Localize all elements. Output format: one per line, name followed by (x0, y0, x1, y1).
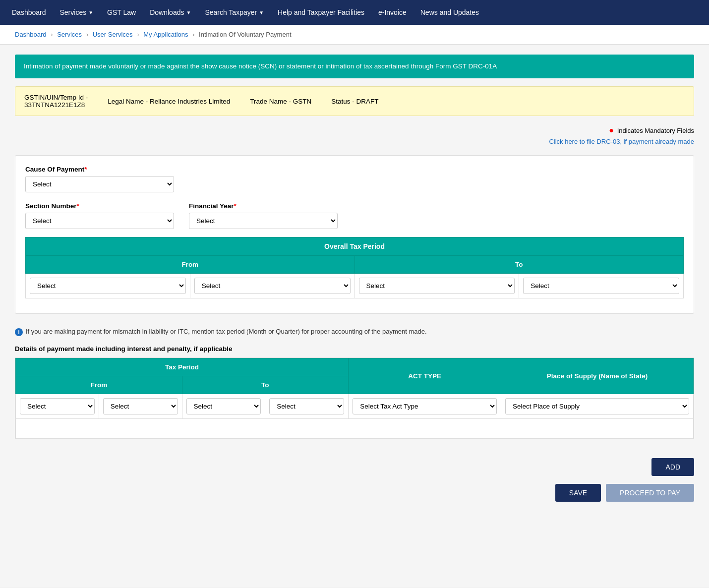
nav-search-taxpayer-label: Search Taxpayer (205, 8, 257, 16)
proceed-to-pay-button[interactable]: PROCEED TO PAY (606, 484, 694, 502)
drc-link-text: Click here to file DRC-03, if payment al… (549, 138, 694, 145)
search-arrow-icon: ▼ (259, 10, 264, 15)
info-note-text: If you are making payment for mismatch i… (26, 328, 427, 335)
to-month-cell: Select (354, 274, 519, 298)
details-heading: Details of payment made including intere… (15, 345, 694, 353)
status-value: Status - DRAFT (331, 98, 378, 105)
taxpayer-info-box: GSTIN/UIN/Temp Id - 33TNTNA1221E1Z8 Lega… (15, 86, 694, 116)
tax-period-row: Select Select Select (16, 394, 694, 419)
gstin-field: GSTIN/UIN/Temp Id - 33TNTNA1221E1Z8 (24, 94, 88, 109)
nav-search-taxpayer[interactable]: Search Taxpayer ▼ (198, 0, 271, 25)
to-year-select[interactable]: Select (523, 278, 679, 294)
sep1: › (51, 31, 53, 38)
act-type-cell: Select Tax Act Type (349, 394, 501, 419)
to-year-cell: Select (519, 274, 684, 298)
section-number-label: Section Number* (25, 202, 174, 210)
scrollbar-inner (15, 444, 610, 445)
nav-einvoice-label: e-Invoice (378, 8, 407, 16)
overall-tax-period-table: Overall Tax Period From To (25, 237, 684, 298)
add-button[interactable]: ADD (651, 458, 694, 476)
tp-to-month-select[interactable]: Select (186, 398, 261, 414)
status-field: Status - DRAFT (331, 98, 378, 105)
section-required-star: * (77, 202, 79, 210)
mandatory-text: Indicates Mandatory Fields (617, 127, 694, 134)
fy-required-star: * (234, 202, 236, 210)
red-dot-icon: ● (609, 126, 614, 134)
tax-period-table: Tax Period ACT TYPE Place of Supply (Nam… (15, 358, 694, 439)
nav-gst-law[interactable]: GST Law (100, 0, 143, 25)
breadcrumb-services[interactable]: Services (57, 31, 82, 38)
nav-help-label: Help and Taxpayer Facilities (278, 8, 364, 16)
act-type-select[interactable]: Select Tax Act Type (353, 398, 497, 414)
nav-help[interactable]: Help and Taxpayer Facilities (271, 0, 371, 25)
nav-news[interactable]: News and Updates (414, 0, 486, 25)
from-month-cell: Select (26, 274, 190, 298)
trade-name-value: Trade Name - GSTN (250, 98, 311, 105)
from-header: From (26, 256, 355, 274)
overall-tax-period-container: Overall Tax Period From To (25, 237, 684, 298)
nav-news-label: News and Updates (420, 8, 479, 16)
tp-from-year-select[interactable]: Select (103, 398, 178, 414)
nav-services-label: Services (60, 8, 87, 16)
breadcrumb-dashboard[interactable]: Dashboard (15, 31, 47, 38)
nav-dashboard-label: Dashboard (12, 8, 46, 16)
from-year-cell: Select (190, 274, 354, 298)
tp-to-header: To (182, 376, 349, 394)
save-button-label: SAVE (569, 489, 587, 497)
nav-downloads[interactable]: Downloads ▼ (143, 0, 198, 25)
mandatory-note: ● Indicates Mandatory Fields (15, 126, 694, 135)
cause-of-payment-label: Cause Of Payment* (25, 166, 684, 173)
downloads-arrow-icon: ▼ (186, 10, 191, 15)
nav-einvoice[interactable]: e-Invoice (371, 0, 414, 25)
place-supply-header: Place of Supply (Name of State) (501, 358, 694, 394)
tp-from-month-select[interactable]: Select (20, 398, 95, 414)
bottom-buttons: SAVE PROCEED TO PAY (15, 484, 694, 502)
tp-from-month-cell: Select (16, 394, 99, 419)
info-box: Intimation of payment made voluntarily o… (15, 55, 694, 78)
financial-year-label: Financial Year* (189, 202, 338, 210)
to-header: To (354, 256, 684, 274)
financial-year-group: Financial Year* Select (189, 202, 338, 229)
place-supply-cell: Select Place of Supply (501, 394, 694, 419)
trade-name-field: Trade Name - GSTN (250, 98, 311, 105)
financial-year-select[interactable]: Select (189, 213, 338, 229)
main-nav: Dashboard Services ▼ GST Law Downloads ▼… (0, 0, 709, 25)
cause-of-payment-select[interactable]: Select (25, 176, 174, 192)
horizontal-scrollbar[interactable] (15, 444, 694, 453)
save-button[interactable]: SAVE (555, 484, 601, 502)
cause-of-payment-group: Cause Of Payment* Select (25, 166, 684, 192)
tax-period-scroll-container[interactable]: Tax Period ACT TYPE Place of Supply (Nam… (15, 357, 694, 439)
place-supply-select[interactable]: Select Place of Supply (505, 398, 689, 414)
info-note-row: i If you are making payment for mismatch… (15, 324, 694, 340)
breadcrumb-current: Intimation Of Voluntary Payment (199, 31, 291, 38)
form-section: Cause Of Payment* Select Section Number*… (15, 155, 694, 314)
breadcrumb-my-applications[interactable]: My Applications (143, 31, 188, 38)
tp-to-month-cell: Select (182, 394, 265, 419)
from-month-select[interactable]: Select (30, 278, 186, 294)
sep2: › (86, 31, 88, 38)
drc-link[interactable]: Click here to file DRC-03, if payment al… (15, 138, 694, 145)
services-arrow-icon: ▼ (88, 10, 93, 15)
tax-period-header: Tax Period (16, 358, 349, 376)
section-number-select[interactable]: Select (25, 213, 174, 229)
to-month-select[interactable]: Select (359, 278, 515, 294)
from-year-select[interactable]: Select (194, 278, 351, 294)
cause-required-star: * (84, 166, 87, 173)
legal-name-label: Legal Name - Reliance Industries Limited (108, 98, 230, 105)
info-circle-icon: i (15, 328, 23, 336)
empty-row (16, 419, 694, 439)
tp-from-header: From (16, 376, 182, 394)
tp-to-year-select[interactable]: Select (269, 398, 344, 414)
nav-dashboard[interactable]: Dashboard (5, 0, 53, 25)
info-box-text: Intimation of payment made voluntarily o… (24, 62, 497, 70)
breadcrumb: Dashboard › Services › User Services › M… (0, 25, 709, 45)
overall-period-row: Select Select Select (26, 274, 684, 298)
sep4: › (192, 31, 194, 38)
act-type-header: ACT TYPE (349, 358, 501, 394)
breadcrumb-user-services[interactable]: User Services (93, 31, 133, 38)
tp-to-year-cell: Select (265, 394, 349, 419)
tp-from-year-cell: Select (99, 394, 182, 419)
nav-services[interactable]: Services ▼ (53, 0, 101, 25)
legal-name-field: Legal Name - Reliance Industries Limited (108, 98, 230, 105)
add-button-row: ADD (15, 458, 694, 476)
